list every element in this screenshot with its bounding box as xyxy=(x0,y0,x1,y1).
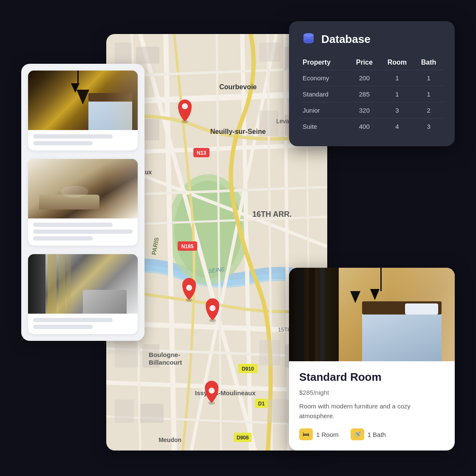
table-cell-bath: 2 xyxy=(414,102,443,119)
detail-card-image xyxy=(289,268,455,361)
table-cell-property: Suite xyxy=(301,119,349,135)
svg-text:Billancourt: Billancourt xyxy=(149,359,182,366)
svg-rect-23 xyxy=(259,42,280,62)
bath-icon: 🚿 xyxy=(351,428,364,440)
detail-description: Room with modern furniture and a cozy at… xyxy=(299,402,445,421)
detail-amenities: 🛏 1 Room 🚿 1 Bath xyxy=(299,428,445,440)
svg-point-62 xyxy=(186,285,192,291)
col-header-price: Price xyxy=(349,55,380,70)
svg-text:N13: N13 xyxy=(197,150,206,156)
detail-price: $285/night xyxy=(299,386,445,397)
amenity-bath-label: 1 Bath xyxy=(368,431,386,438)
svg-text:D910: D910 xyxy=(242,366,254,372)
svg-point-66 xyxy=(209,388,215,394)
table-row: Junior32032 xyxy=(301,102,443,119)
svg-rect-20 xyxy=(136,47,159,64)
table-cell-price: 200 xyxy=(349,70,380,86)
listing-panel xyxy=(21,64,144,341)
col-header-room: Room xyxy=(380,55,414,70)
amenity-room-label: 1 Room xyxy=(316,431,339,438)
col-header-bath: Bath xyxy=(414,55,443,70)
svg-text:Issy-les-Moulineaux: Issy-les-Moulineaux xyxy=(195,389,256,397)
detail-img-bg xyxy=(289,268,455,361)
bed-icon: 🛏 xyxy=(299,428,313,440)
table-row: Economy20011 xyxy=(301,70,443,86)
skeleton-line xyxy=(33,141,93,145)
table-cell-price: 320 xyxy=(349,102,380,119)
svg-text:Boulogne-: Boulogne- xyxy=(149,351,180,358)
table-cell-bath: 3 xyxy=(414,119,443,135)
skeleton-line xyxy=(33,134,113,139)
listing-card[interactable] xyxy=(28,71,138,150)
database-card: Database Property Price Room Bath Econom… xyxy=(289,21,455,146)
svg-text:Meudon: Meudon xyxy=(159,436,181,443)
table-cell-price: 285 xyxy=(349,86,380,102)
amenity-bath: 🚿 1 Bath xyxy=(351,428,386,440)
svg-rect-31 xyxy=(115,400,134,423)
table-cell-bath: 1 xyxy=(414,70,443,86)
table-cell-room: 1 xyxy=(380,86,414,102)
skeleton-line xyxy=(33,318,113,322)
listing-card-image xyxy=(28,71,138,130)
listing-card-image xyxy=(28,159,138,218)
price-suffix: /night xyxy=(313,389,329,396)
listing-card-body xyxy=(28,130,138,150)
scene: D7 N13 N185 D910 D1 D906 Courbevoie Leva… xyxy=(13,13,463,463)
listing-card-body xyxy=(28,314,138,334)
detail-title: Standard Room xyxy=(299,371,445,384)
svg-point-60 xyxy=(182,103,188,109)
svg-text:Courbevoie: Courbevoie xyxy=(219,83,257,91)
table-cell-room: 4 xyxy=(380,119,414,135)
svg-rect-29 xyxy=(259,340,280,366)
svg-rect-32 xyxy=(140,404,164,423)
svg-text:16TH ARR.: 16TH ARR. xyxy=(252,210,292,218)
db-title: Database xyxy=(321,33,371,46)
detail-card: Standard Room $285/night Room with moder… xyxy=(289,268,455,450)
detail-body: Standard Room $285/night Room with moder… xyxy=(289,361,455,450)
table-row: Standard28511 xyxy=(301,86,443,102)
svg-point-68 xyxy=(303,39,314,43)
svg-rect-27 xyxy=(115,340,138,368)
skeleton-line xyxy=(33,236,93,241)
skeleton-line xyxy=(33,230,133,234)
db-header: Database xyxy=(301,31,443,47)
table-row: Suite40043 xyxy=(301,119,443,135)
svg-text:N185: N185 xyxy=(181,244,194,249)
svg-rect-33 xyxy=(268,400,289,423)
listing-card-body xyxy=(28,218,138,246)
svg-point-69 xyxy=(303,33,314,37)
svg-text:Neuilly-sur-Seine: Neuilly-sur-Seine xyxy=(210,128,266,135)
svg-text:D1: D1 xyxy=(258,401,265,407)
svg-point-64 xyxy=(210,305,215,311)
col-header-property: Property xyxy=(301,55,349,70)
skeleton-line xyxy=(33,325,93,329)
table-cell-property: Economy xyxy=(301,70,349,86)
listing-card[interactable] xyxy=(28,254,138,334)
listing-card[interactable] xyxy=(28,159,138,246)
listing-card-image xyxy=(28,254,138,314)
svg-text:D906: D906 xyxy=(237,435,249,441)
database-icon xyxy=(301,31,316,47)
table-cell-price: 400 xyxy=(349,119,380,135)
table-cell-property: Junior xyxy=(301,102,349,119)
price-amount: $285 xyxy=(299,389,313,396)
svg-rect-19 xyxy=(115,42,132,66)
database-table: Property Price Room Bath Economy20011Sta… xyxy=(301,55,443,134)
skeleton-line xyxy=(33,223,113,227)
table-cell-property: Standard xyxy=(301,86,349,102)
amenity-room: 🛏 1 Room xyxy=(299,428,339,440)
table-cell-room: 3 xyxy=(380,102,414,119)
table-cell-room: 1 xyxy=(380,70,414,86)
table-cell-bath: 1 xyxy=(414,86,443,102)
